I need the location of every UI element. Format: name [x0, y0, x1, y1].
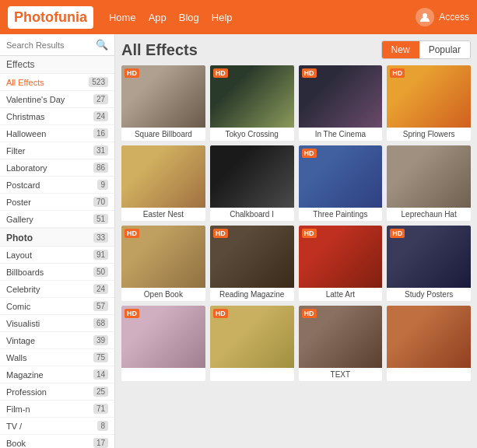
- sidebar-item-effects-6[interactable]: Postcard 9: [0, 177, 114, 194]
- tabs: New Popular: [381, 40, 471, 59]
- search-input[interactable]: [6, 40, 96, 50]
- sidebar-label: Layout: [6, 250, 32, 260]
- sidebar-count: 523: [89, 77, 108, 87]
- sidebar-photo-section: Photo 33: [0, 228, 114, 247]
- hd-badge: HD: [302, 229, 317, 238]
- sidebar-item-photo-10[interactable]: TV / 8: [0, 418, 114, 435]
- effect-card-5[interactable]: Chalkboard I: [210, 145, 294, 221]
- effect-card-3[interactable]: HDSpring Flowers: [387, 65, 471, 141]
- sidebar-item-effects-7[interactable]: Poster 70: [0, 194, 114, 211]
- effect-card-13[interactable]: HD: [210, 306, 294, 381]
- tab-new[interactable]: New: [382, 41, 419, 58]
- sidebar-label: Postcard: [6, 180, 40, 190]
- effect-card-15[interactable]: [387, 306, 471, 381]
- header: Photofunia Home App Blog Help Access: [0, 0, 477, 34]
- sidebar-label: TV /: [6, 422, 22, 431]
- sidebar-label: Walls: [6, 353, 26, 362]
- sidebar-label: Film-n: [6, 404, 30, 414]
- sidebar-item-photo-3[interactable]: Comic 57: [0, 298, 114, 315]
- effect-name: [387, 368, 471, 373]
- hd-badge: HD: [125, 68, 139, 78]
- sidebar-label: Billboards: [6, 268, 44, 277]
- sidebar-item-effects-4[interactable]: Filter 31: [0, 142, 114, 159]
- sidebar-count: 25: [93, 387, 108, 397]
- hd-badge: HD: [302, 149, 317, 158]
- search-icon[interactable]: 🔍: [96, 39, 108, 51]
- nav-home[interactable]: Home: [109, 12, 136, 23]
- effect-card-11[interactable]: HDStudy Posters: [387, 226, 471, 301]
- effect-card-14[interactable]: HDTEXT: [299, 306, 383, 381]
- effect-card-12[interactable]: HD: [121, 306, 205, 381]
- effect-card-6[interactable]: HDThree Paintings: [299, 145, 383, 221]
- sidebar-count: 31: [93, 145, 108, 156]
- sidebar-count: 57: [93, 301, 108, 311]
- hd-badge: HD: [213, 229, 228, 238]
- sidebar-item-photo-2[interactable]: Celebrity 24: [0, 281, 114, 298]
- sidebar-label: Vintage: [6, 336, 35, 345]
- page-title: All Effects: [121, 41, 198, 59]
- hd-badge: HD: [125, 309, 139, 318]
- logo[interactable]: Photofunia: [8, 6, 93, 29]
- sidebar-item-photo-9[interactable]: Film-n 71: [0, 401, 114, 418]
- hd-badge: HD: [302, 68, 317, 78]
- sidebar-item-effects-1[interactable]: Valentine's Day 27: [0, 91, 114, 108]
- effect-name: Open Book: [121, 288, 205, 301]
- effect-card-9[interactable]: HDReading Magazine: [210, 226, 294, 301]
- sidebar-label: Laboratory: [6, 163, 47, 173]
- sidebar-count: 75: [93, 352, 108, 362]
- effect-card-7[interactable]: Leprechaun Hat: [387, 145, 471, 221]
- hd-badge: HD: [213, 309, 228, 318]
- content: All Effects New Popular HDSquare Billboa…: [115, 34, 477, 448]
- content-header: All Effects New Popular: [121, 40, 471, 59]
- nav-app[interactable]: App: [149, 12, 167, 23]
- sidebar-item-photo-11[interactable]: Book 17: [0, 435, 114, 448]
- sidebar-item-photo-4[interactable]: Visualisti 68: [0, 315, 114, 332]
- effect-card-0[interactable]: HDSquare Billboard: [121, 65, 205, 141]
- sidebar-item-effects-2[interactable]: Christmas 24: [0, 108, 114, 125]
- sidebar-item-photo-8[interactable]: Profession 25: [0, 383, 114, 401]
- sidebar-label: Valentine's Day: [6, 95, 65, 104]
- sidebar-label: Halloween: [6, 129, 46, 138]
- effect-name: Square Billboard: [121, 128, 205, 141]
- effect-name: Tokyo Crossing: [210, 128, 294, 141]
- effect-card-1[interactable]: HDTokyo Crossing: [210, 65, 294, 141]
- sidebar-count: 70: [93, 197, 108, 207]
- nav-blog[interactable]: Blog: [179, 12, 199, 23]
- sidebar: 🔍 EffectsAll Effects 523Valentine's Day …: [0, 34, 115, 448]
- sidebar-item-effects-5[interactable]: Laboratory 86: [0, 159, 114, 177]
- sidebar-count: 27: [93, 94, 108, 104]
- sidebar-count: 16: [93, 128, 108, 138]
- effects-grid: HDSquare BillboardHDTokyo CrossingHDIn T…: [121, 65, 471, 381]
- sidebar-item-photo-6[interactable]: Walls 75: [0, 349, 114, 366]
- nav-links: Home App Blog Help: [109, 12, 233, 23]
- search-box[interactable]: 🔍: [0, 34, 114, 56]
- access-label[interactable]: Access: [439, 12, 469, 23]
- sidebar-item-photo-5[interactable]: Vintage 39: [0, 332, 114, 349]
- sidebar-item-effects-8[interactable]: Gallery 51: [0, 211, 114, 228]
- effect-card-10[interactable]: HDLatte Art: [299, 226, 383, 301]
- sidebar-effects-header: Effects: [0, 56, 114, 74]
- hd-badge: HD: [213, 68, 228, 78]
- user-icon: [416, 8, 434, 26]
- effect-name: Spring Flowers: [387, 128, 471, 141]
- sidebar-item-photo-1[interactable]: Billboards 50: [0, 264, 114, 281]
- sidebar-label: Christmas: [6, 112, 45, 121]
- effect-card-8[interactable]: HDOpen Book: [121, 226, 205, 301]
- sidebar-label: Celebrity: [6, 285, 40, 294]
- sidebar-item-photo-0[interactable]: Layout 91: [0, 247, 114, 264]
- effect-card-4[interactable]: Easter Nest: [121, 145, 205, 221]
- sidebar-count: 86: [93, 163, 108, 173]
- sidebar-count: 14: [93, 369, 108, 380]
- sidebar-label: Gallery: [6, 215, 33, 224]
- nav-help[interactable]: Help: [212, 12, 233, 23]
- tab-popular[interactable]: Popular: [419, 41, 470, 58]
- sidebar-item-effects-3[interactable]: Halloween 16: [0, 125, 114, 142]
- effect-card-2[interactable]: HDIn The Cinema: [299, 65, 383, 141]
- sidebar-label: Profession: [6, 387, 47, 397]
- hd-badge: HD: [390, 68, 405, 78]
- sidebar-item-photo-7[interactable]: Magazine 14: [0, 366, 114, 383]
- sidebar-label: Book: [6, 439, 26, 448]
- sidebar-item-effects-0[interactable]: All Effects 523: [0, 74, 114, 91]
- effect-name: Latte Art: [299, 288, 383, 301]
- sidebar-count: 8: [97, 421, 108, 431]
